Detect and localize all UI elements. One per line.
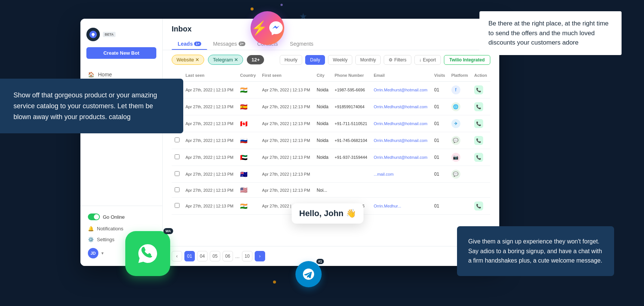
row-platform: f [448,82,471,99]
tab-leads[interactable]: Leads 1+ [172,38,207,50]
call-button[interactable]: 📞 [474,102,483,111]
row-action: 📞 [471,149,490,166]
inbox-title: Inbox [172,25,490,33]
col-first-seen: First seen [259,69,314,82]
row-checkbox-cell [172,183,183,198]
main-content: Inbox Leads 1+ Messages 2+ Contacts Segm… [163,19,499,266]
page-5-btn[interactable]: 05 [210,251,220,261]
row-action: 📞 [471,132,490,149]
col-visits: Visits [431,69,448,82]
row-checkbox-cell [172,132,183,149]
export-button[interactable]: ↓ Export [414,55,441,65]
row-checkbox-4[interactable] [175,154,180,159]
row-first-seen: Apr 27th, 2022 | 12:13 PM [259,99,314,115]
row-action: 📞 [471,82,490,99]
row-country: 🇺🇸 [237,183,259,198]
filter-website[interactable]: Website ✕ [172,55,204,65]
monthly-btn[interactable]: Monthly [355,55,381,65]
filter-telegram[interactable]: Telegram ✕ [208,55,243,65]
avatar-chevron[interactable]: ▾ [101,251,104,256]
home-icon: 🏠 [88,72,94,78]
row-city: Noida [314,149,332,166]
beta-badge: BETA [103,32,116,37]
call-button[interactable]: 📞 [474,153,483,162]
whatsapp-bubble: WA [125,231,170,276]
filters-row: Website ✕ Telegram ✕ 12+ Hourly Daily We… [163,50,499,69]
sidebar-home-label: Home [98,72,112,78]
row-checkbox-cell [172,149,183,166]
page-4-btn[interactable]: 04 [197,251,208,261]
tab-messages-label: Messages [213,41,237,47]
row-checkbox-5[interactable] [175,171,180,176]
call-button[interactable]: 📞 [474,136,483,145]
table-row: Apr 27th, 2022 | 12:13 PM 🇦🇺 Apr 27th, 2… [172,166,490,183]
next-page-btn[interactable]: › [255,251,265,261]
platform-wa-icon: 💬 [451,170,460,179]
row-country: 🇦🇪 [237,149,259,166]
row-first-seen: Apr 27th, 2022 | 12:13 PM [259,183,314,198]
row-email: ...mail.com [371,166,431,183]
row-visits: 01 [431,166,448,183]
go-online-toggle[interactable]: Go Online [86,210,156,223]
row-visits: 01 [431,82,448,99]
filter-more[interactable]: 12+ [247,55,264,64]
toggle-on-icon [88,213,100,220]
platform-tg-icon: ✈ [451,119,460,128]
row-checkbox-cell [172,198,183,215]
filters-right: Hourly Daily Weekly Monthly ⚙ Filters ↓ … [280,55,490,65]
page-10-btn[interactable]: 10 [242,251,252,261]
row-platform: 🌐 [448,99,471,115]
tab-leads-badge: 1+ [194,42,201,46]
user-avatar: JD [88,248,98,258]
page-dots: ... [235,253,240,259]
page-1-btn[interactable]: 01 [184,251,195,261]
call-button[interactable]: 📞 [474,119,483,128]
col-last-seen: Last seen [183,69,237,82]
notifications-icon: 🔔 [88,226,94,231]
row-visits: 01 [431,198,448,215]
col-platform: Platform [448,69,471,82]
page-6-btn[interactable]: 06 [223,251,233,261]
left-overlay: Show off that gorgeous product or your a… [0,79,183,133]
tab-messages[interactable]: Messages 2+ [207,38,251,50]
row-last-seen: Apr 27th, 2022 | 12:13 PM [183,166,237,183]
row-visits: 01 [431,99,448,115]
row-checkbox-6[interactable] [175,187,180,192]
row-last-seen: Apr 27th, 2022 | 12:13 PM [183,198,237,215]
call-button[interactable]: 📞 [474,202,483,210]
col-action: Action [471,69,490,82]
create-new-bot-button[interactable]: Create New Bot [86,47,156,59]
row-email [371,183,431,198]
row-phone [332,183,371,198]
table-row: Apr 27th, 2022 | 12:13 PM 🇮🇳 Apr 27th, 2… [172,82,490,99]
pagination: ‹ 01 04 05 06 ... 10 › [163,246,499,266]
row-last-seen: Apr 27th, 2022 | 12:13 PM [183,82,237,99]
filters-button[interactable]: ⚙ Filters [384,55,411,65]
platform-wa-icon: 💬 [451,136,460,145]
row-city [314,166,332,183]
row-first-seen: Apr 27th, 2022 | 12:13 PM [259,115,314,132]
settings-label: Settings [97,237,114,242]
call-button[interactable]: 📞 [474,85,483,94]
row-phone: +91-711-5110521 [332,115,371,132]
row-last-seen: Apr 27th, 2022 | 12:13 PM [183,99,237,115]
row-checkbox-7[interactable] [175,203,180,208]
hourly-btn[interactable]: Hourly [280,55,303,65]
hello-tooltip: Hello, John 👋 [292,203,364,224]
platform-web-icon: 🌐 [451,102,460,111]
svg-rect-1 [92,35,94,36]
row-action [471,183,490,198]
weekly-btn[interactable]: Weekly [328,55,352,65]
twilio-integrated-button[interactable]: Twilio Integrated [444,55,490,65]
row-last-seen: Apr 27th, 2022 | 12:13 PM [183,149,237,166]
daily-btn[interactable]: Daily [305,55,325,65]
tab-segments[interactable]: Segments [284,38,319,50]
wa-badge: WA [163,228,174,234]
row-email: Orrin.Medhurst@hotmail.com [371,99,431,115]
row-country: 🇪🇸 [237,99,259,115]
row-phone: +91-937-3159444 [332,149,371,166]
row-country: 🇷🇺 [237,132,259,149]
row-checkbox-3[interactable] [175,137,180,142]
prev-page-btn[interactable]: ‹ [172,251,182,261]
tg-badge: #1 [316,259,324,264]
